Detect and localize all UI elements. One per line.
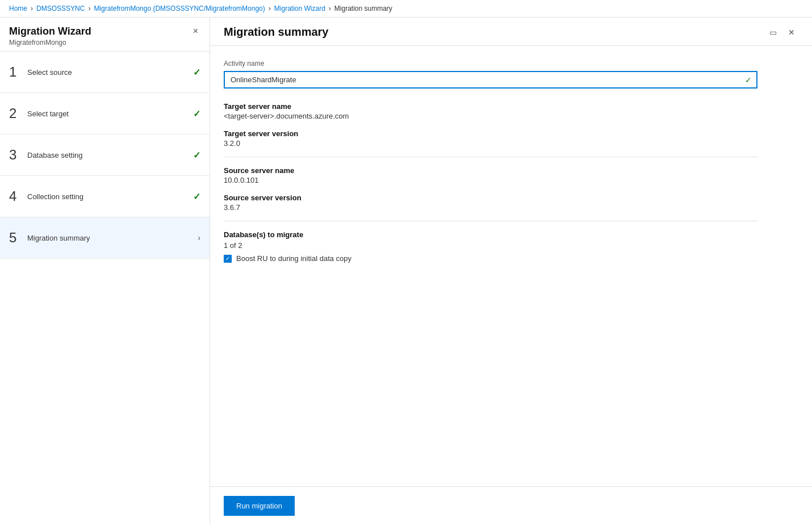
step-label-migration-summary: Migration summary	[27, 234, 198, 242]
target-server-version-label: Target server version	[224, 129, 798, 138]
databases-to-migrate-label: Database(s) to migrate	[224, 230, 798, 239]
boost-ru-label: Boost RU to during initial data copy	[236, 254, 351, 263]
content-panel: Migration summary ▭ ✕ Activity name ✓ Ta…	[210, 18, 812, 525]
content-footer: Run migration	[210, 486, 812, 525]
sidebar-title: Migration Wizard	[9, 26, 91, 37]
step-check-4: ✓	[193, 191, 200, 202]
step-label-database-setting: Database setting	[27, 151, 193, 159]
target-server-name-label: Target server name	[224, 102, 798, 111]
source-server-version-value: 3.6.7	[224, 203, 798, 212]
source-server-version-label: Source server version	[224, 193, 798, 202]
source-server-name-row: Source server name 10.0.0.101	[224, 166, 798, 184]
breadcrumb-sep-4: ›	[329, 5, 331, 12]
breadcrumb-migrate[interactable]: MigratefromMongo (DMSOSSSYNC/Migratefrom…	[94, 5, 265, 12]
sidebar: Migration Wizard MigratefromMongo × 1 Se…	[0, 18, 210, 525]
activity-input-wrapper: ✓	[224, 71, 757, 89]
main-container: Migration Wizard MigratefromMongo × 1 Se…	[0, 18, 812, 525]
step-item-collection-setting[interactable]: 4 Collection setting ✓	[0, 176, 210, 217]
target-server-version-value: 3.2.0	[224, 139, 798, 148]
separator-1	[224, 157, 757, 157]
content-body: Activity name ✓ Target server name <targ…	[210, 46, 812, 486]
window-close-button[interactable]: ✕	[785, 27, 798, 38]
step-label-select-target: Select target	[27, 110, 193, 118]
boost-ru-checkbox[interactable]: ✓	[224, 255, 232, 263]
target-server-version-row: Target server version 3.2.0	[224, 129, 798, 148]
step-number-4: 4	[9, 188, 27, 204]
step-check-1: ✓	[193, 67, 200, 78]
breadcrumb: Home › DMSOSSSYNC › MigratefromMongo (DM…	[0, 0, 812, 18]
run-migration-button[interactable]: Run migration	[224, 496, 295, 516]
step-number-2: 2	[9, 106, 27, 121]
content-title: Migration summary	[224, 26, 328, 39]
content-header: Migration summary ▭ ✕	[210, 18, 812, 46]
window-controls: ▭ ✕	[766, 27, 798, 38]
breadcrumb-current: Migration summary	[334, 5, 392, 12]
sidebar-subtitle: MigratefromMongo	[9, 39, 91, 47]
step-item-select-source[interactable]: 1 Select source ✓	[0, 52, 210, 93]
sidebar-close-button[interactable]: ×	[191, 26, 200, 37]
step-check-3: ✓	[193, 150, 200, 161]
sidebar-title-block: Migration Wizard MigratefromMongo	[9, 26, 91, 47]
step-list: 1 Select source ✓ 2 Select target ✓ 3 Da…	[0, 52, 210, 525]
databases-to-migrate-value: 1 of 2	[224, 241, 798, 250]
databases-section: Database(s) to migrate 1 of 2 ✓ Boost RU…	[224, 230, 798, 263]
boost-ru-checkbox-row: ✓ Boost RU to during initial data copy	[224, 254, 798, 263]
step-item-migration-summary[interactable]: 5 Migration summary ›	[0, 217, 210, 259]
step-arrow-5: ›	[198, 233, 200, 242]
step-check-2: ✓	[193, 108, 200, 119]
step-number-5: 5	[9, 230, 27, 246]
step-label-select-source: Select source	[27, 68, 193, 77]
activity-name-label: Activity name	[224, 60, 798, 68]
source-server-name-label: Source server name	[224, 166, 798, 175]
window-minimize-button[interactable]: ▭	[766, 27, 780, 38]
activity-input-check-icon: ✓	[745, 75, 752, 85]
step-item-database-setting[interactable]: 3 Database setting ✓	[0, 134, 210, 176]
source-server-name-value: 10.0.0.101	[224, 176, 798, 184]
step-number-1: 1	[9, 64, 27, 80]
step-item-select-target[interactable]: 2 Select target ✓	[0, 93, 210, 134]
breadcrumb-sep-2: ›	[88, 5, 90, 12]
sidebar-header: Migration Wizard MigratefromMongo ×	[0, 18, 210, 52]
step-number-3: 3	[9, 147, 27, 163]
separator-2	[224, 221, 757, 221]
step-label-collection-setting: Collection setting	[27, 192, 193, 201]
breadcrumb-home[interactable]: Home	[9, 5, 27, 12]
target-server-name-value: <target-server>.documents.azure.com	[224, 112, 798, 120]
source-server-version-row: Source server version 3.6.7	[224, 193, 798, 212]
breadcrumb-sep-1: ›	[31, 5, 33, 12]
breadcrumb-sep-3: ›	[269, 5, 271, 12]
breadcrumb-dms[interactable]: DMSOSSSYNC	[36, 5, 85, 12]
breadcrumb-wizard[interactable]: Migration Wizard	[274, 5, 325, 12]
target-server-name-row: Target server name <target-server>.docum…	[224, 102, 798, 120]
activity-name-input[interactable]	[224, 71, 757, 89]
